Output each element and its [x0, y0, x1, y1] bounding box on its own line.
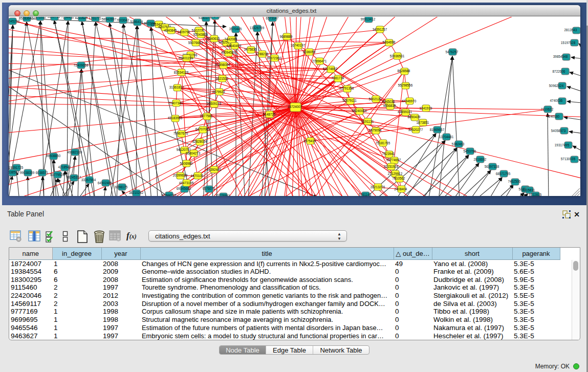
svg-text:5579094: 5579094 — [369, 128, 382, 132]
svg-text:58942697: 58942697 — [102, 17, 117, 21]
svg-text:7523941: 7523941 — [382, 152, 395, 156]
svg-text:40094589: 40094589 — [221, 51, 236, 54]
svg-text:38210242: 38210242 — [129, 191, 144, 194]
svg-text:2077581: 2077581 — [200, 114, 213, 118]
svg-text:3500715: 3500715 — [48, 17, 60, 18]
svg-text:41473195: 41473195 — [179, 181, 194, 185]
svg-text:27129912: 27129912 — [388, 172, 403, 176]
svg-text:4340845: 4340845 — [164, 29, 177, 32]
svg-text:3475836: 3475836 — [244, 48, 257, 51]
svg-text:3036059: 3036059 — [303, 50, 316, 54]
svg-text:70407340: 70407340 — [168, 101, 183, 105]
svg-text:5002120: 5002120 — [369, 97, 382, 101]
svg-text:15197528: 15197528 — [561, 41, 576, 45]
svg-text:69345683: 69345683 — [177, 187, 191, 190]
svg-text:82498004: 82498004 — [215, 63, 230, 67]
svg-text:4879923: 4879923 — [212, 90, 225, 94]
svg-text:49682169: 49682169 — [68, 150, 82, 154]
svg-text:81969657: 81969657 — [430, 128, 445, 132]
svg-text:8722606: 8722606 — [553, 70, 565, 73]
svg-text:6038571: 6038571 — [36, 171, 49, 174]
svg-text:7442089: 7442089 — [225, 37, 237, 41]
svg-text:8890439: 8890439 — [408, 115, 421, 119]
svg-text:4470105: 4470105 — [191, 174, 204, 178]
svg-text:32520277: 32520277 — [408, 128, 423, 132]
svg-text:5186414: 5186414 — [130, 20, 143, 24]
svg-text:72409658: 72409658 — [74, 63, 89, 67]
svg-text:27896471: 27896471 — [312, 59, 327, 63]
svg-text:7003042: 7003042 — [117, 18, 129, 22]
svg-text:92043803: 92043803 — [193, 33, 208, 36]
svg-text:7110622: 7110622 — [541, 107, 554, 111]
svg-text:57130035: 57130035 — [561, 157, 576, 161]
svg-text:63640499: 63640499 — [227, 44, 242, 48]
svg-text:9191131: 9191131 — [361, 120, 374, 123]
svg-text:8628588: 8628588 — [398, 69, 410, 73]
svg-text:5761145: 5761145 — [359, 193, 372, 196]
svg-text:50079111: 50079111 — [342, 99, 357, 102]
svg-text:8315831: 8315831 — [522, 188, 535, 192]
svg-text:69401199: 69401199 — [179, 56, 193, 60]
svg-text:4656838: 4656838 — [383, 104, 396, 107]
svg-text:85283645: 85283645 — [19, 17, 34, 20]
svg-text:9689889: 9689889 — [280, 35, 293, 38]
svg-text:1409790: 1409790 — [178, 30, 190, 34]
svg-text:5606980: 5606980 — [180, 162, 193, 165]
svg-text:2818692: 2818692 — [474, 158, 487, 161]
svg-text:34391257: 34391257 — [373, 28, 387, 31]
svg-text:94120751: 94120751 — [177, 148, 191, 151]
svg-text:5148725: 5148725 — [263, 113, 276, 116]
svg-text:19391725: 19391725 — [9, 166, 24, 169]
svg-text:5476257: 5476257 — [446, 50, 459, 54]
svg-text:16740197: 16740197 — [291, 43, 306, 47]
svg-text:7462506: 7462506 — [508, 180, 521, 183]
svg-text:3970445: 3970445 — [229, 27, 242, 31]
svg-text:87844239: 87844239 — [162, 193, 177, 196]
svg-text:30509175: 30509175 — [207, 102, 222, 105]
svg-text:6573147: 6573147 — [266, 17, 279, 20]
svg-text:31361812: 31361812 — [169, 85, 184, 89]
svg-text:39372360: 39372360 — [267, 56, 281, 60]
svg-text:4240180: 4240180 — [547, 115, 560, 118]
svg-text:5453786: 5453786 — [464, 149, 476, 153]
svg-text:7381734: 7381734 — [332, 76, 344, 80]
svg-text:64707061: 64707061 — [195, 127, 210, 131]
svg-text:56397338: 56397338 — [485, 165, 499, 168]
svg-text:3321531: 3321531 — [216, 77, 229, 80]
svg-text:13704481: 13704481 — [439, 135, 454, 139]
svg-text:4971793: 4971793 — [208, 17, 221, 18]
svg-text:66240084: 66240084 — [352, 109, 367, 113]
svg-text:20399639: 20399639 — [173, 173, 188, 177]
svg-text:44392446: 44392446 — [207, 168, 222, 171]
svg-text:54058573: 54058573 — [551, 129, 566, 133]
svg-text:1675419: 1675419 — [303, 139, 316, 143]
svg-text:18724007: 18724007 — [288, 105, 302, 108]
svg-text:4218542: 4218542 — [58, 165, 71, 169]
svg-text:5382463: 5382463 — [452, 142, 465, 146]
svg-text:1341919: 1341919 — [420, 106, 432, 110]
svg-text:8640615: 8640615 — [207, 37, 220, 40]
svg-text:53936531: 53936531 — [390, 54, 405, 58]
svg-text:28213276: 28213276 — [371, 185, 385, 189]
svg-text:7194416: 7194416 — [61, 17, 74, 19]
svg-text:83534128: 83534128 — [174, 71, 189, 74]
svg-text:4740036: 4740036 — [550, 99, 563, 102]
svg-text:47346970: 47346970 — [402, 99, 417, 103]
svg-text:53779528: 53779528 — [50, 173, 65, 177]
svg-text:5364698: 5364698 — [383, 40, 396, 44]
svg-text:55076693: 55076693 — [188, 41, 203, 45]
svg-text:75181765: 75181765 — [376, 141, 390, 145]
svg-text:33357554: 33357554 — [81, 178, 96, 182]
svg-text:99913412: 99913412 — [361, 17, 376, 21]
svg-text:19317495: 19317495 — [555, 143, 570, 147]
svg-text:50962024: 50962024 — [549, 84, 564, 87]
svg-text:99774697: 99774697 — [386, 158, 401, 162]
svg-text:2876932: 2876932 — [34, 17, 47, 19]
svg-text:62274692: 62274692 — [323, 67, 338, 71]
svg-text:2788238: 2788238 — [256, 52, 269, 56]
svg-text:55298556: 55298556 — [398, 83, 413, 87]
svg-text:6098175: 6098175 — [115, 185, 128, 189]
svg-text:8210624: 8210624 — [75, 17, 88, 19]
svg-text:9722815: 9722815 — [529, 193, 542, 196]
svg-text:99038359: 99038359 — [20, 171, 35, 174]
